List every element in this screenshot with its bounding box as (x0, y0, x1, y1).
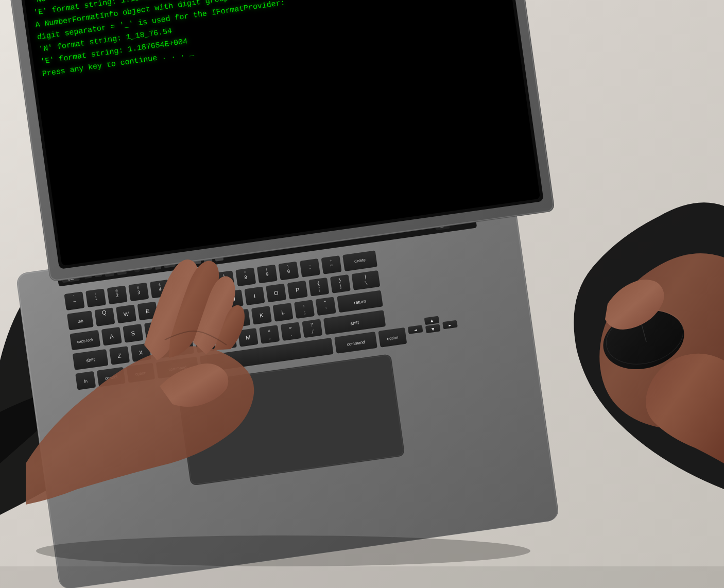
sleeve-right (462, 408, 724, 588)
sleeve-left (0, 331, 206, 588)
scene: esc ~ ` 1 (0, 0, 724, 588)
